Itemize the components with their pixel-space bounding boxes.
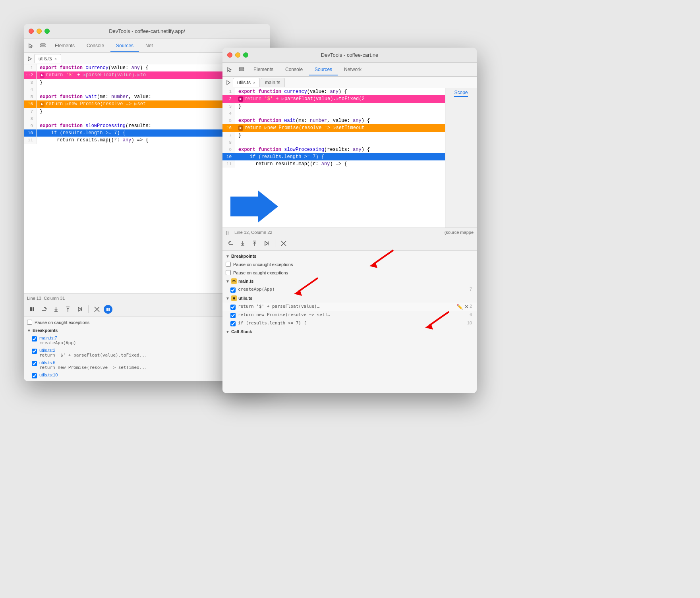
bp-group-utils: ▼ u utils.ts [222, 294, 477, 303]
bp-utils-2-checkbox-2[interactable] [230, 305, 236, 310]
bp-utils-6-line: 6 [470, 312, 474, 317]
continue-btn-2[interactable] [261, 238, 272, 249]
collapse-arrow-1: ▼ [27, 328, 31, 333]
code-line-2-1: 1 export function currency(value: any) { [222, 88, 445, 95]
breakpoints-title-1: Breakpoints [33, 328, 58, 333]
bp-utils-2-code: return '$' + parseFloat(value).toFixed..… [39, 353, 147, 358]
file-tab-main[interactable]: main.ts [261, 78, 285, 87]
step-back-btn-2[interactable] [226, 238, 236, 249]
tab-elements-2[interactable]: Elements [248, 64, 279, 75]
bp-main-7-checkbox[interactable] [32, 336, 37, 341]
call-stack-title: Call Stack [231, 329, 252, 334]
tab-sources-1[interactable]: Sources [110, 41, 139, 52]
breakpoints-header-2[interactable]: ▼ Breakpoints [222, 252, 477, 260]
cursor-position-1: Line 13, Column 31 [27, 296, 65, 301]
pause-btn[interactable] [27, 304, 37, 314]
collapse-utils-arrow[interactable]: ▼ [226, 296, 230, 301]
bp-utils-6-file[interactable]: utils.ts:6 [39, 360, 147, 365]
step-into-btn-1[interactable] [51, 304, 61, 314]
main-ts-icon: m [231, 278, 237, 284]
collapse-arrow-2: ▼ [226, 254, 230, 258]
source-map-status-2: (source mappe [445, 230, 474, 235]
breakpoints-title-2: Breakpoints [231, 254, 257, 258]
step-out-btn-1[interactable] [63, 304, 73, 314]
pause-caught-checkbox[interactable] [27, 320, 32, 325]
svg-rect-3 [30, 307, 32, 311]
bp-main-7-checkbox-2[interactable] [230, 287, 236, 293]
minimize-button-2[interactable] [235, 52, 240, 58]
edit-breakpoint-icon[interactable]: ✏️ [456, 304, 463, 310]
svg-line-26 [298, 278, 318, 292]
code-line-2-3: 3 } [222, 103, 445, 110]
continue-btn-1[interactable] [75, 304, 85, 314]
code-line-2-6: ?6 ▶return ▷new Promise(resolve => ▷setT… [222, 124, 445, 132]
minimize-button-1[interactable] [37, 29, 42, 34]
svg-text:{}: {} [226, 230, 229, 235]
window-title-1: DevTools - coffee-cart.netlify.app/ [109, 28, 185, 34]
tab-elements-1[interactable]: Elements [49, 41, 80, 51]
pause-uncaught-checkbox[interactable] [226, 262, 231, 267]
tab-network-2[interactable]: Network [338, 64, 367, 75]
close-button-1[interactable] [29, 29, 34, 34]
cursor-position-2: Line 12, Column 22 [234, 230, 272, 235]
code-line-2-10: 10 if (results.length >= 7) { [222, 153, 445, 160]
bp-utils-6-code: return new Promise(resolve => setTimeo..… [39, 365, 147, 370]
pause-caught-label: Pause on caught exceptions [35, 320, 89, 325]
code-line-2-7: 7 } [222, 132, 445, 139]
svg-rect-14 [239, 68, 244, 69]
deactivate-btn-1[interactable] [92, 304, 102, 314]
svg-line-28 [429, 312, 449, 326]
bp-utils-10-checkbox[interactable] [32, 373, 37, 378]
tab-network-1[interactable]: Net [140, 41, 159, 51]
close-file-tab-icon[interactable]: × [54, 57, 57, 61]
file-tab-utils-2[interactable]: utils.ts × [233, 78, 260, 87]
curly-braces-icon: {} [226, 230, 231, 235]
step-over-btn-1[interactable] [39, 304, 49, 314]
traffic-lights-1 [29, 29, 50, 34]
maximize-button-2[interactable] [243, 52, 248, 58]
red-arrow-2-icon [290, 274, 322, 298]
arrow-indicator [230, 191, 278, 224]
bp-group-utils-label: utils.ts [238, 296, 252, 301]
close-file-tab-icon-2[interactable]: × [253, 81, 255, 85]
bp-utils-10-checkbox-2[interactable] [230, 321, 236, 326]
svg-marker-13 [230, 191, 278, 222]
bp-group-main: ▼ m main.ts [222, 277, 477, 285]
titlebar-2: DevTools - coffee-cart.ne [222, 48, 477, 63]
bp-utils-10-file[interactable]: utils.ts:10 [39, 372, 58, 377]
cursor-icon-2[interactable] [224, 64, 235, 75]
file-tab-utils-1[interactable]: utils.ts × [34, 54, 61, 63]
bp-utils-6-checkbox[interactable] [32, 361, 37, 366]
bp-utils-6-checkbox-2[interactable] [230, 313, 236, 318]
pause-async-btn[interactable] [104, 305, 112, 314]
layers-icon-2[interactable] [236, 64, 247, 75]
bp-main-7-code: createApp(App) [39, 340, 76, 345]
tab-console-2[interactable]: Console [280, 64, 308, 75]
step-out-btn-2[interactable] [249, 238, 260, 249]
pause-caught-checkbox-2[interactable] [226, 270, 231, 275]
collapse-main-arrow[interactable]: ▼ [226, 279, 230, 284]
bp-utils-2-checkbox[interactable] [32, 349, 37, 354]
layers-icon[interactable] [37, 40, 48, 51]
status-bar-2: {} Line 12, Column 22 (source mappe [222, 228, 477, 236]
collapse-call-stack-arrow: ▼ [226, 330, 230, 334]
tab-sources-2[interactable]: Sources [309, 64, 338, 75]
right-arrow-icon [230, 191, 278, 222]
cursor-icon[interactable] [25, 40, 37, 51]
tab-console-1[interactable]: Console [81, 41, 110, 51]
step-into-btn-2[interactable] [238, 238, 248, 249]
delete-breakpoint-icon[interactable]: ✕ [464, 304, 469, 310]
close-button-2[interactable] [227, 52, 232, 58]
play-icon-2[interactable] [224, 78, 233, 87]
svg-rect-0 [41, 44, 45, 45]
scope-tab-label[interactable]: Scope [454, 90, 468, 97]
bp-utils-2-file[interactable]: utils.ts:2 [39, 348, 147, 353]
divider-1 [88, 305, 89, 313]
play-icon[interactable] [25, 54, 34, 63]
maximize-button-1[interactable] [44, 29, 50, 34]
pause-uncaught-label: Pause on uncaught exceptions [233, 262, 293, 267]
titlebar-1: DevTools - coffee-cart.netlify.app/ [24, 24, 270, 39]
code-line-2-5: 5 export function wait(ms: number, value… [222, 117, 445, 124]
deactivate-btn-2[interactable] [278, 238, 289, 249]
bp-main-7-file[interactable]: main.ts:7 [39, 336, 76, 340]
